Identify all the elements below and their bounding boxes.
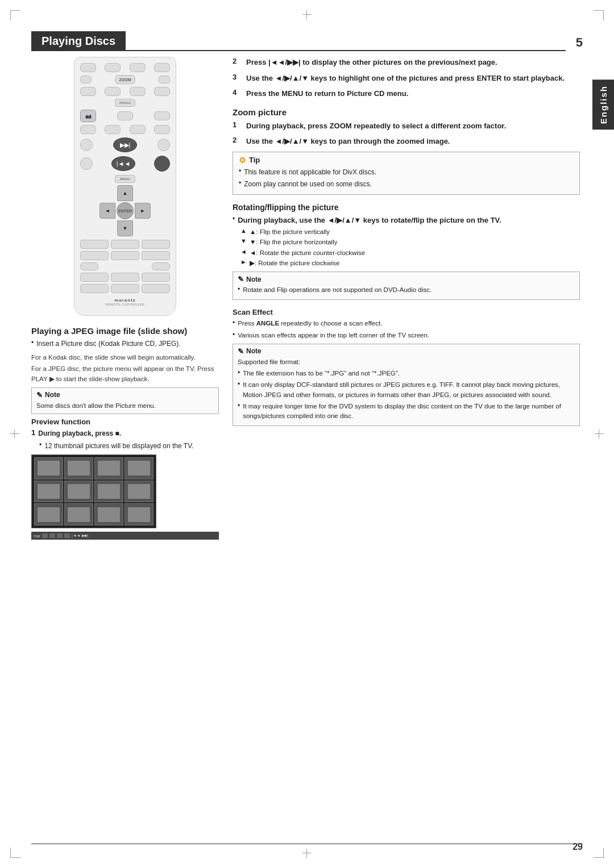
note2-bullet-text: Rotate and Flip operations are not suppo… — [243, 285, 432, 295]
remote-num-8 — [111, 273, 139, 282]
note3-b3: • It may require longer time for the DVD… — [238, 402, 575, 422]
step-4: 4 Press the MENU to return to Picture CD… — [233, 88, 580, 99]
rotate-bullet-text: During playback, use the ◄/▶/▲/▼ keys to… — [238, 215, 501, 226]
remote-num-12 — [142, 284, 170, 293]
page: Playing Discs 5 English — [0, 0, 614, 868]
note-box-3: ✎ Note Supported file format: • The file… — [233, 344, 580, 427]
thumb-5 — [34, 481, 63, 503]
note3-b1-text: The file extension has to be "*.JPG" and… — [243, 369, 400, 378]
remote-angle-btn: ANGLE — [115, 99, 135, 107]
thumbnail-preview-wrapper: mar |◄◄ ▶▶| — [31, 454, 219, 540]
rotate-heading: Rotating/flipping the picture — [233, 203, 580, 212]
thumb-bar-btn4 — [64, 533, 70, 538]
remote-stop-btn — [154, 156, 170, 172]
rotate-down-sym: ▼ — [240, 237, 247, 244]
remote-btn-sm-1 — [80, 76, 92, 84]
step-4-num: 4 — [233, 88, 242, 97]
tip-icon: ⚙ — [239, 156, 246, 165]
remote-oval-2 — [152, 262, 170, 270]
thumb-bar-label: mar — [34, 534, 40, 538]
remote-num-6 — [142, 251, 170, 260]
preview-step1-num: 1 — [31, 428, 35, 437]
thumb-10 — [64, 503, 93, 525]
zoom-step-1-num: 1 — [233, 120, 242, 129]
rotate-bullet-dot: • — [233, 215, 235, 223]
tip-bullet2-dot: • — [239, 179, 241, 187]
step-4-text: Press the MENU to return to Picture CD m… — [246, 88, 408, 99]
preview-step1-text: During playback, press ■. — [38, 428, 121, 439]
right-column: 2 Press |◄◄/▶▶| to display the other pic… — [233, 57, 580, 834]
remote-btn-13 — [130, 125, 146, 134]
note-icon-1: ✎ — [36, 391, 43, 399]
header-line — [126, 50, 566, 51]
note-icon-2: ✎ — [238, 275, 244, 283]
language-tab-label: English — [599, 85, 608, 124]
zoom-heading: Zoom picture — [233, 107, 580, 117]
preview-step1: 1 During playback, press ■. — [31, 428, 219, 439]
step-3-text: Use the ◄/▶/▲/▼ keys to highlight one of… — [246, 73, 565, 84]
rotate-up-text: ▲: Flip the picture vertically — [250, 227, 330, 237]
remote-dpad: ▲ ▼ ◄ ► ENTER — [99, 185, 151, 236]
scan-bullet2-text: Various scan effects appear in the top l… — [238, 331, 429, 340]
rotate-down: ▼ ▼: Flip the picture horizontally — [240, 237, 580, 247]
tip-bullet1: • This feature is not applicable for Div… — [239, 167, 574, 177]
tip-bullet1-text: This feature is not applicable for DivX … — [244, 167, 376, 177]
thumb-bar-btn3 — [57, 533, 63, 538]
rotate-left: ◄ ◄: Rotate the picture counter-clockwis… — [240, 248, 580, 258]
note2-bullet-dot: • — [238, 285, 240, 293]
note-title-1: ✎ Note — [36, 391, 214, 399]
rotate-right-text: ▶: Rotate the picture clockwise — [250, 258, 340, 268]
remote-skip-back: |◄◄ — [111, 156, 135, 171]
remote-num-grid — [80, 240, 170, 260]
thumb-bar-btn2 — [49, 533, 55, 538]
thumb-11 — [94, 503, 123, 525]
tip-bullet2-text: Zoom play cannot be used on some discs. — [244, 179, 372, 189]
note3-b2: • It can only display DCF-standard still… — [238, 380, 575, 400]
remote-num-9 — [142, 273, 170, 282]
remote-num-2 — [111, 240, 139, 249]
remote-row-2: ZOOM — [80, 75, 170, 84]
remote-btn-10 — [154, 111, 170, 120]
dpad-enter: ENTER — [117, 202, 134, 219]
remote-brand-sub: REMOTE CONTROLLER — [80, 303, 170, 306]
corner-mark-bl — [10, 848, 20, 858]
corner-mark-tl — [10, 10, 20, 20]
rotate-sub-bullets: ▲ ▲: Flip the picture vertically ▼ ▼: Fl… — [240, 227, 580, 268]
remote-zoom-btn: ZOOM — [115, 75, 135, 84]
thumb-3 — [94, 457, 123, 479]
note3-b3-text: It may require longer time for the DVD s… — [243, 402, 575, 422]
scan-bullet1: • Press ANGLE repeatedly to choose a sca… — [233, 319, 580, 328]
note3-intro: Supported file format: — [238, 357, 575, 367]
step-2: 2 Press |◄◄/▶▶| to display the other pic… — [233, 57, 580, 68]
dpad-left: ◄ — [99, 203, 115, 219]
tip-label: Tip — [249, 156, 260, 164]
remote-btn-6 — [105, 87, 121, 96]
rotate-down-text: ▼: Flip the picture horizontally — [250, 237, 338, 247]
scan-bullet1-text: Press ANGLE repeatedly to choose a scan … — [238, 319, 382, 328]
remote-btn-8 — [154, 87, 170, 96]
remote-oval-1 — [80, 262, 98, 270]
remote-num-11 — [111, 284, 139, 293]
remote-camera-btn: 📷 — [80, 110, 96, 122]
rotate-left-sym: ◄ — [240, 248, 247, 255]
remote-btn-5 — [80, 87, 96, 96]
remote-btn-4 — [154, 63, 170, 72]
zoom-step-1: 1 During playback, press ZOOM repeatedly… — [233, 120, 580, 132]
remote-btn-3 — [130, 63, 146, 72]
remote-menu-btn: MENU — [115, 175, 135, 183]
remote-btn-7 — [130, 87, 146, 96]
remote-wrapper: ZOOM ANGLE 📷 — [31, 57, 219, 316]
bottom-line — [31, 844, 583, 844]
remote-btn-12 — [105, 125, 121, 134]
jpeg-section-title: Playing a JPEG image file (slide show) — [31, 326, 219, 336]
rotate-up-sym: ▲ — [240, 227, 247, 234]
scan-bullet2-dot: • — [233, 331, 235, 339]
remote-btn-9 — [117, 111, 133, 120]
corner-mark-tr — [594, 10, 604, 20]
bottom-page-number: 29 — [572, 842, 583, 852]
thumb-9 — [34, 503, 63, 525]
note3-b3-dot: • — [238, 402, 240, 410]
remote-row-5 — [80, 125, 170, 134]
title-box: Playing Discs — [31, 31, 126, 51]
note-icon-3: ✎ — [238, 347, 244, 356]
